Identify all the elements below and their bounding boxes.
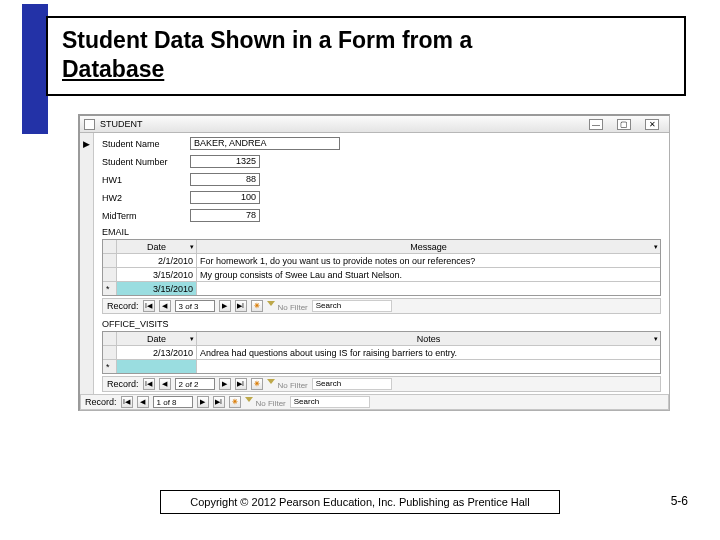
nav-office: Record: I◀ ◀ 2 of 2 ▶ ▶I ✳ No Filter Sea…	[102, 376, 661, 392]
filter-icon	[245, 397, 254, 406]
nav-outer: Record: I◀ ◀ 1 of 8 ▶ ▶I ✳ No Filter Sea…	[80, 394, 669, 410]
nav-position[interactable]: 2 of 2	[175, 378, 215, 390]
input-student-number[interactable]: 1325	[190, 155, 260, 168]
col-notes[interactable]: Notes▾	[197, 332, 660, 345]
nav-prev-button[interactable]: ◀	[137, 396, 149, 408]
current-record-icon: ▶	[80, 133, 93, 149]
input-hw1[interactable]: 88	[190, 173, 260, 186]
grid-office: Date▾ Notes▾ 2/13/2010 Andrea had questi…	[102, 331, 661, 374]
nav-email: Record: I◀ ◀ 3 of 3 ▶ ▶I ✳ No Filter Sea…	[102, 298, 661, 314]
nav-new-button[interactable]: ✳	[251, 300, 263, 312]
filter-icon	[267, 379, 276, 388]
input-student-name[interactable]: BAKER, ANDREA	[190, 137, 340, 150]
nav-prev-button[interactable]: ◀	[159, 300, 171, 312]
table-row: 2/1/2010 For homework 1, do you want us …	[103, 254, 660, 268]
nav-first-button[interactable]: I◀	[143, 300, 155, 312]
table-row: 3/15/2010 My group consists of Swee Lau …	[103, 268, 660, 282]
search-input[interactable]: Search	[290, 396, 370, 408]
nav-last-button[interactable]: ▶I	[235, 300, 247, 312]
sort-icon: ▾	[654, 335, 658, 343]
form-window: STUDENT — ▢ ✕ ▶ Student NameBAKER, ANDRE…	[78, 114, 670, 411]
label-hw1: HW1	[102, 175, 190, 185]
input-midterm[interactable]: 78	[190, 209, 260, 222]
sort-icon: ▾	[190, 243, 194, 251]
nav-position[interactable]: 3 of 3	[175, 300, 215, 312]
nav-next-button[interactable]: ▶	[197, 396, 209, 408]
section-office: OFFICE_VISITS	[102, 319, 661, 329]
search-input[interactable]: Search	[312, 300, 392, 312]
nav-prev-button[interactable]: ◀	[159, 378, 171, 390]
copyright: Copyright © 2012 Pearson Education, Inc.…	[160, 490, 560, 514]
nav-first-button[interactable]: I◀	[121, 396, 133, 408]
search-input[interactable]: Search	[312, 378, 392, 390]
sort-icon: ▾	[654, 243, 658, 251]
col-date[interactable]: Date▾	[117, 240, 197, 253]
table-row: 2/13/2010 Andrea had questions about usi…	[103, 346, 660, 360]
table-row-new: * 3/15/2010	[103, 282, 660, 295]
nav-new-button[interactable]: ✳	[251, 378, 263, 390]
label-hw2: HW2	[102, 193, 190, 203]
nav-next-button[interactable]: ▶	[219, 378, 231, 390]
nav-last-button[interactable]: ▶I	[213, 396, 225, 408]
window-title: STUDENT	[100, 119, 589, 129]
section-email: EMAIL	[102, 227, 661, 237]
nav-position[interactable]: 1 of 8	[153, 396, 193, 408]
accent-bar	[22, 4, 48, 134]
page-number: 5-6	[671, 494, 688, 508]
minimize-button[interactable]: —	[589, 119, 603, 130]
label-student-name: Student Name	[102, 139, 190, 149]
record-selector[interactable]: ▶	[80, 133, 94, 394]
new-row-icon[interactable]: *	[103, 282, 117, 295]
table-row-new: *	[103, 360, 660, 373]
slide-title: Student Data Shown in a Form from aDatab…	[62, 26, 670, 84]
window-header: STUDENT — ▢ ✕	[80, 116, 669, 133]
sort-icon: ▾	[190, 335, 194, 343]
nav-first-button[interactable]: I◀	[143, 378, 155, 390]
close-button[interactable]: ✕	[645, 119, 659, 130]
col-date[interactable]: Date▾	[117, 332, 197, 345]
slide-title-box: Student Data Shown in a Form from aDatab…	[46, 16, 686, 96]
input-hw2[interactable]: 100	[190, 191, 260, 204]
nav-new-button[interactable]: ✳	[229, 396, 241, 408]
nav-last-button[interactable]: ▶I	[235, 378, 247, 390]
filter-icon	[267, 301, 276, 310]
label-midterm: MidTerm	[102, 211, 190, 221]
nav-next-button[interactable]: ▶	[219, 300, 231, 312]
form-icon	[84, 119, 95, 130]
label-student-number: Student Number	[102, 157, 190, 167]
col-selector	[103, 240, 117, 253]
col-message[interactable]: Message▾	[197, 240, 660, 253]
grid-email: Date▾ Message▾ 2/1/2010 For homework 1, …	[102, 239, 661, 296]
maximize-button[interactable]: ▢	[617, 119, 631, 130]
new-row-icon[interactable]: *	[103, 360, 117, 373]
